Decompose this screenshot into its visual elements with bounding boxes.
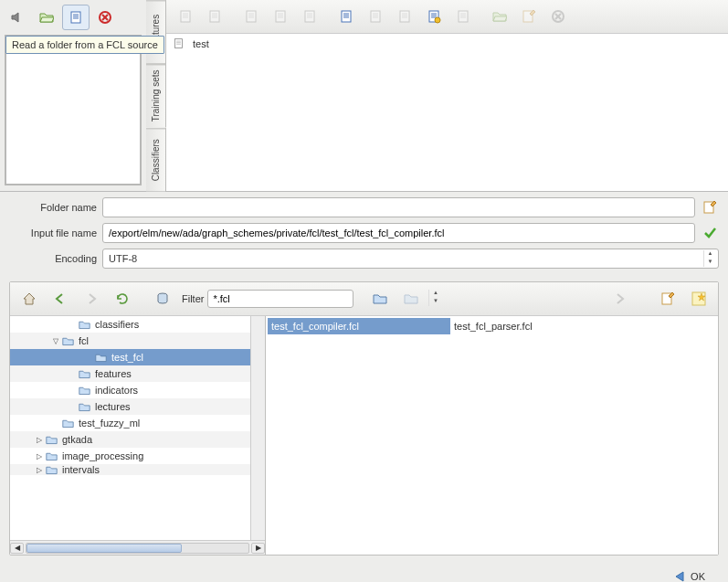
new-note-button[interactable] [685, 286, 712, 312]
tool-doc-star[interactable] [420, 4, 448, 29]
refresh-button[interactable] [109, 286, 136, 312]
main-body: test [166, 34, 728, 191]
encoding-value: UTF-8 [109, 253, 137, 264]
tool-2 [201, 4, 228, 29]
tab-classifiers[interactable]: Classifiers [146, 128, 166, 191]
tree-scrollbar-v[interactable] [250, 316, 265, 540]
encoding-combo[interactable]: UTF-8 ▲▼ [102, 249, 719, 269]
input-file-label: Input file name [9, 228, 97, 238]
forward-button [78, 286, 105, 312]
tab-features[interactable]: Features [146, 0, 166, 64]
tree-row[interactable]: ▷gtkada [10, 431, 250, 448]
folder-icon [78, 319, 91, 331]
tool-doc-blue-1[interactable] [332, 4, 360, 29]
encoding-label: Encoding [9, 253, 97, 264]
read-fcl-folder-button[interactable] [62, 5, 90, 30]
expand-arrow-icon[interactable]: ▷ [34, 466, 45, 474]
tool-edit-disabled [515, 4, 543, 29]
edit-note-button[interactable] [654, 286, 681, 312]
combo-spinner-icon: ▲▼ [703, 250, 716, 267]
folder-action-1[interactable] [366, 286, 394, 312]
folder-icon [45, 450, 58, 462]
item-label: test [193, 38, 209, 49]
tree-row[interactable]: classifiers [10, 316, 250, 333]
tree-row-label: lectures [95, 401, 131, 412]
tree-row[interactable]: indicators [10, 382, 250, 398]
input-file-input[interactable] [102, 223, 695, 243]
tree-row-label: image_processing [62, 450, 143, 461]
tree-row-label: intervals [62, 464, 100, 475]
tooltip: Read a folder from a FCL source [5, 36, 164, 54]
expand-arrow-icon[interactable]: ▷ [34, 436, 45, 444]
tree-row-label: classifiers [95, 319, 139, 330]
tree-row-label: features [95, 368, 132, 379]
doc-icon [172, 37, 185, 49]
folder-icon [78, 401, 91, 413]
edit-folder-name-button[interactable] [701, 200, 719, 215]
cancel-button[interactable] [91, 5, 119, 30]
nav-action [606, 286, 633, 312]
tree-row[interactable]: test_fuzzy_ml [10, 415, 250, 431]
folder-icon [94, 352, 108, 364]
folder-name-input[interactable] [102, 197, 695, 217]
path-combo[interactable]: ▲▼ [428, 290, 602, 308]
folder-icon [61, 335, 75, 347]
expand-arrow-icon[interactable]: ▽ [50, 337, 61, 345]
main-toolbar [166, 0, 728, 34]
speaker-button[interactable] [4, 5, 31, 30]
tree-row-label: gtkada [62, 434, 92, 445]
tree-row-label: test_fcl [111, 352, 143, 363]
tree-row-label: test_fuzzy_ml [79, 418, 140, 429]
tree-row[interactable]: lectures [10, 398, 250, 415]
confirm-input-file-button[interactable] [701, 226, 719, 240]
ok-button[interactable]: OK [664, 566, 713, 582]
back-button[interactable] [47, 286, 74, 312]
open-folder-button[interactable] [33, 5, 60, 30]
tool-3 [237, 4, 265, 29]
ok-label: OK [691, 571, 705, 582]
home-button[interactable] [16, 286, 43, 312]
tab-training-sets[interactable]: Training sets [146, 64, 166, 127]
tool-6 [362, 4, 389, 29]
folder-icon [78, 385, 91, 397]
tree-row[interactable]: test_fcl [10, 349, 250, 365]
ok-arrow-icon [672, 569, 687, 582]
folder-icon [61, 418, 75, 429]
folder-icon [45, 434, 58, 446]
tool-5 [296, 4, 323, 29]
file-item[interactable]: test_fcl_parser.fcl [450, 318, 633, 334]
filter-label: Filter [182, 293, 204, 304]
folder-icon [45, 464, 58, 475]
folder-icon [78, 368, 91, 380]
folder-action-2 [397, 286, 425, 312]
item-test[interactable]: test [172, 37, 723, 49]
filter-input[interactable] [207, 290, 353, 308]
tree-scrollbar-h[interactable]: ◀ ▶ [10, 540, 265, 555]
tree-row-label: fcl [79, 335, 89, 346]
tree-row-label: indicators [95, 385, 138, 396]
file-item[interactable]: test_fcl_compiler.fcl [268, 318, 450, 334]
tool-8 [449, 4, 477, 29]
tool-7 [391, 4, 418, 29]
tree-row[interactable]: ▷intervals [10, 464, 250, 475]
tool-4 [267, 4, 294, 29]
tool-cancel-disabled [544, 4, 572, 29]
tree-row[interactable]: ▽fcl [10, 333, 250, 349]
expand-arrow-icon[interactable]: ▷ [34, 452, 45, 460]
tree-row[interactable]: features [10, 365, 250, 382]
tool-open-disabled [486, 4, 513, 29]
tree-row[interactable]: ▷image_processing [10, 448, 250, 464]
folder-name-label: Folder name [9, 202, 97, 213]
file-list[interactable]: test_fcl_compiler.fcltest_fcl_parser.fcl [266, 316, 718, 555]
combo-spinner-icon: ▲▼ [428, 290, 441, 306]
left-blank-pane [5, 35, 142, 185]
folder-tree[interactable]: classifiers▽fcltest_fclfeaturesindicator… [10, 316, 250, 540]
tool-1 [172, 4, 199, 29]
db-button[interactable] [149, 286, 176, 312]
